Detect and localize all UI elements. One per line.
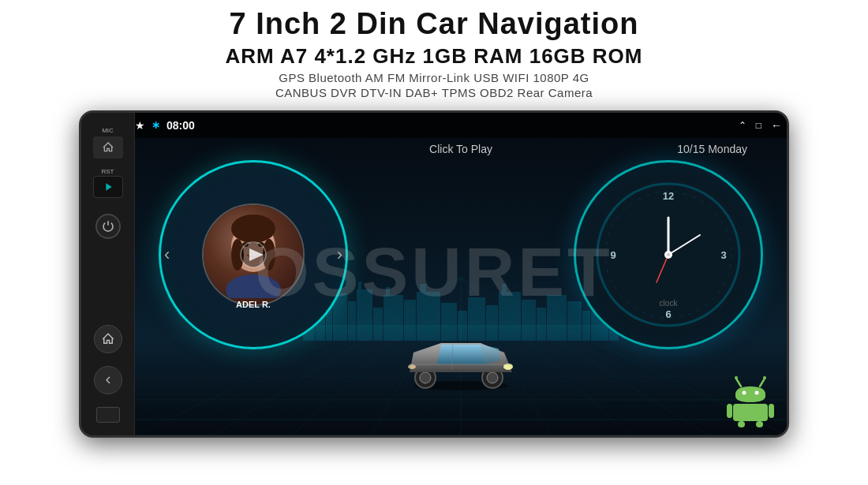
artist-label: ADEL R. xyxy=(236,300,271,309)
svg-point-75 xyxy=(735,376,738,379)
clock-circle: 12 3 9 6 xyxy=(574,160,763,349)
car-image xyxy=(398,317,524,396)
svg-text:12: 12 xyxy=(663,190,674,202)
svg-rect-81 xyxy=(727,404,732,418)
play-button[interactable] xyxy=(93,176,123,198)
clock-label: clock xyxy=(660,299,678,308)
music-player-circle[interactable]: ‹ xyxy=(159,160,348,349)
home-nav-button[interactable] xyxy=(94,325,122,353)
svg-line-71 xyxy=(657,255,668,282)
status-time: 08:00 xyxy=(166,119,195,132)
android-logo xyxy=(724,372,779,427)
svg-rect-80 xyxy=(733,404,768,421)
back-nav-button[interactable] xyxy=(94,366,122,394)
svg-rect-23 xyxy=(358,282,361,291)
date-display: 10/15 Monday xyxy=(677,143,747,155)
left-panel: MIC RST xyxy=(81,113,135,435)
svg-point-60 xyxy=(408,364,416,369)
header-section: 7 Inch 2 Din Car Navigation ARM A7 4*1.2… xyxy=(0,0,868,104)
head-unit: MIC RST xyxy=(79,110,789,438)
rst-label: RST xyxy=(102,168,114,175)
svg-point-51 xyxy=(226,274,281,298)
page-wrapper: 7 Inch 2 Din Car Navigation ARM A7 4*1.2… xyxy=(0,0,868,485)
bluetooth-icon: ★ xyxy=(135,119,145,132)
click-to-play-label: Click To Play xyxy=(429,143,492,155)
svg-point-79 xyxy=(755,390,759,394)
prev-button[interactable]: ‹ xyxy=(164,244,170,265)
svg-point-78 xyxy=(743,390,746,394)
device-container: OSSURET MIC RST xyxy=(55,110,813,442)
status-bar: ★ ∗ 08:00 ⌃ □ ← xyxy=(135,113,787,138)
svg-text:6: 6 xyxy=(665,308,671,320)
next-button[interactable]: › xyxy=(337,244,342,265)
svg-line-70 xyxy=(668,235,700,255)
album-art xyxy=(202,203,305,306)
clock-face: 12 3 9 6 xyxy=(593,180,743,330)
main-screen: ★ ∗ 08:00 ⌃ □ ← Click To Play ‹ xyxy=(135,113,787,435)
specs-text: ARM A7 4*1.2 GHz 1GB RAM 16GB ROM xyxy=(0,44,868,69)
svg-text:9: 9 xyxy=(610,249,615,261)
svg-rect-82 xyxy=(769,404,774,418)
features-row1: GPS Bluetooth AM FM Mirror-Link USB WIFI… xyxy=(0,71,868,84)
svg-line-76 xyxy=(760,379,765,386)
svg-rect-84 xyxy=(756,421,763,427)
bluetooth-symbol: ∗ xyxy=(152,119,160,131)
svg-line-74 xyxy=(736,379,741,386)
btn-bottom1[interactable] xyxy=(96,407,120,423)
svg-rect-26 xyxy=(386,287,390,297)
svg-rect-83 xyxy=(738,421,745,427)
power-button[interactable] xyxy=(95,214,121,239)
svg-point-58 xyxy=(487,372,498,383)
arrow-up-icon: ⌃ xyxy=(739,120,746,131)
svg-point-56 xyxy=(420,372,431,383)
svg-marker-0 xyxy=(106,183,111,190)
features-row2: CANBUS DVR DTV-IN DAB+ TPMS OBD2 Rear Ca… xyxy=(0,86,868,99)
svg-point-73 xyxy=(667,253,670,256)
album-art-image xyxy=(204,205,303,304)
page-title: 7 Inch 2 Din Car Navigation xyxy=(0,8,868,41)
svg-rect-29 xyxy=(420,284,426,293)
svg-point-77 xyxy=(763,376,766,379)
svg-text:3: 3 xyxy=(720,249,726,261)
window-icon: □ xyxy=(756,120,761,131)
svg-rect-35 xyxy=(502,284,507,293)
mic-label: MIC xyxy=(102,127,114,134)
svg-point-46 xyxy=(231,215,275,243)
back-icon: ← xyxy=(771,119,782,132)
home-button[interactable] xyxy=(93,136,123,159)
